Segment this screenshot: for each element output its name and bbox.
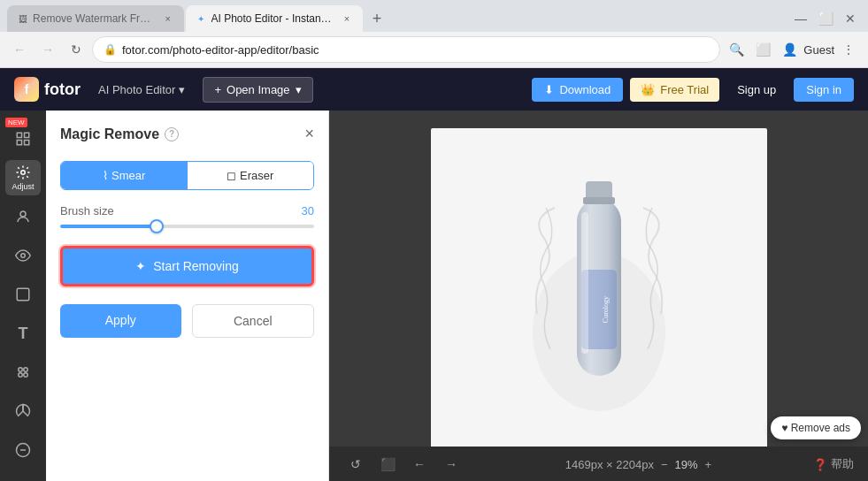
forward-button[interactable]: →: [35, 37, 60, 62]
open-image-label: Open Image: [227, 83, 290, 96]
maximize-icon[interactable]: ⬜: [815, 8, 836, 29]
new-tab-button[interactable]: +: [365, 6, 389, 31]
zoom-minus-icon[interactable]: −: [661, 458, 668, 471]
tab2-favicon: ✦: [196, 12, 206, 25]
svg-point-10: [19, 373, 23, 378]
more-options-icon[interactable]: ⋮: [836, 37, 861, 62]
open-image-button[interactable]: + Open Image ▾: [203, 77, 312, 103]
tool-buttons: ⌇ Smear ◻ Eraser: [60, 161, 314, 190]
sidebar-item-elements[interactable]: [5, 355, 41, 390]
sidebar-item-text[interactable]: T: [5, 316, 41, 351]
svg-rect-2: [17, 141, 21, 145]
svg-point-8: [19, 368, 23, 372]
signin-button[interactable]: Sign in: [794, 78, 854, 102]
canvas-area[interactable]: Curology: [329, 111, 868, 481]
tab2-label: AI Photo Editor - Instant Photo E...: [211, 12, 334, 25]
download-button[interactable]: ⬇ Download: [532, 78, 623, 102]
person-icon: [15, 209, 31, 225]
signup-button[interactable]: Sign up: [726, 78, 787, 102]
close-window-icon[interactable]: ✕: [840, 8, 861, 29]
panel-title: Magic Remove ?: [60, 126, 179, 142]
search-icon[interactable]: 🔍: [724, 37, 749, 62]
adjust-icon: [15, 164, 31, 180]
svg-point-11: [24, 373, 28, 378]
smear-icon: ⌇: [103, 169, 108, 182]
crop-icon: [15, 286, 31, 302]
help-label: 帮助: [831, 456, 854, 472]
ai-photo-editor-chevron: ▾: [179, 83, 185, 96]
svg-rect-20: [581, 212, 588, 354]
brush-size-slider[interactable]: [60, 225, 314, 228]
lock-icon: 🔒: [104, 43, 117, 56]
svg-point-9: [24, 368, 28, 372]
panel-info-icon[interactable]: ?: [165, 127, 179, 141]
help-button[interactable]: ❓ 帮助: [813, 456, 854, 472]
rotate-icon[interactable]: ↺: [343, 452, 368, 477]
tab1-close[interactable]: ×: [162, 11, 173, 26]
tab-2[interactable]: ✦ AI Photo Editor - Instant Photo E... ×: [186, 5, 363, 32]
app-container: f fotor AI Photo Editor ▾ + Open Image ▾…: [0, 68, 868, 481]
flip-icon[interactable]: ⬛: [375, 452, 400, 477]
smear-tool-button[interactable]: ⌇ Smear: [61, 162, 188, 189]
product-image: Curology: [528, 155, 670, 438]
back-button[interactable]: ←: [7, 37, 32, 62]
bottom-center: 1469px × 2204px − 19% +: [471, 458, 806, 471]
slider-thumb[interactable]: [150, 219, 164, 233]
eraser-tool-button[interactable]: ◻ Eraser: [188, 162, 314, 189]
svg-rect-3: [25, 141, 29, 145]
svg-point-5: [20, 211, 26, 217]
download-icon: ⬇: [544, 83, 554, 96]
svg-point-4: [21, 171, 26, 175]
svg-rect-1: [25, 133, 29, 137]
bottom-left: ↺ ⬛ ← →: [343, 452, 464, 477]
svg-rect-0: [17, 133, 21, 137]
canvas-dimensions: 1469px × 2204px: [565, 458, 654, 471]
apply-button[interactable]: Apply: [60, 304, 181, 338]
sidebar-item-effects[interactable]: [5, 393, 41, 429]
free-trial-label: Free Trial: [660, 83, 709, 96]
reload-button[interactable]: ↻: [64, 37, 88, 62]
panel-title-text: Magic Remove: [60, 126, 159, 142]
sidebar-item-square[interactable]: [5, 277, 41, 312]
minimize-icon[interactable]: —: [790, 8, 811, 29]
remove-icon: [15, 442, 31, 458]
fotor-logo: f fotor: [14, 77, 81, 102]
panel-close-button[interactable]: ×: [304, 125, 314, 143]
tab-bar-right: — ⬜ ✕: [790, 8, 861, 29]
split-screen-icon[interactable]: ⬜: [750, 37, 775, 62]
bottom-toolbar: ↺ ⬛ ← → 1469px × 2204px − 19% + ❓ 帮助: [329, 447, 868, 481]
free-trial-button[interactable]: 👑 Free Trial: [630, 78, 719, 102]
zoom-plus-icon[interactable]: +: [705, 458, 712, 471]
sidebar-icons: NEW Adjust: [0, 111, 46, 481]
nav-bar: ← → ↻ 🔒 fotor.com/photo-editor-app/edito…: [0, 32, 868, 67]
ai-photo-editor-label: AI Photo Editor: [98, 83, 175, 96]
tab-bar: 🖼 Remove Watermark From Photo × ✦ AI Pho…: [0, 0, 868, 32]
logo-icon: f: [14, 77, 39, 102]
app-header: f fotor AI Photo Editor ▾ + Open Image ▾…: [0, 68, 868, 111]
address-bar[interactable]: 🔒 fotor.com/photo-editor-app/editor/basi…: [92, 36, 720, 63]
tab-1[interactable]: 🖼 Remove Watermark From Photo ×: [7, 5, 184, 32]
panel: Magic Remove ? × ⌇ Smear ◻ Eraser Brush …: [46, 111, 329, 481]
bottom-right: ❓ 帮助: [813, 456, 854, 472]
cancel-button[interactable]: Cancel: [192, 304, 315, 338]
sidebar-item-remove[interactable]: [5, 432, 41, 468]
sidebar-item-person[interactable]: [5, 199, 41, 234]
tab2-close[interactable]: ×: [342, 11, 352, 26]
redo-icon[interactable]: →: [439, 452, 464, 477]
ai-photo-editor-button[interactable]: AI Photo Editor ▾: [91, 80, 192, 100]
sidebar-item-eye[interactable]: [5, 238, 41, 273]
sidebar-item-adjust[interactable]: Adjust: [5, 160, 41, 195]
smear-label: Smear: [111, 169, 145, 182]
remove-ads-button[interactable]: ♥ Remove ads: [771, 416, 861, 439]
svg-rect-17: [583, 197, 615, 204]
help-circle-icon: ❓: [813, 458, 827, 471]
undo-icon[interactable]: ←: [407, 452, 432, 477]
canvas-content: Curology: [431, 128, 767, 464]
signup-label: Sign up: [737, 83, 776, 96]
header-right: ⬇ Download 👑 Free Trial Sign up Sign in: [532, 78, 854, 102]
eraser-icon: ◻: [227, 169, 236, 182]
start-removing-button[interactable]: ✦ Start Removing: [60, 246, 314, 286]
profile-icon[interactable]: 👤: [777, 37, 802, 62]
plus-icon: +: [214, 83, 221, 96]
nav-right: 🔍 ⬜ 👤 Guest ⋮: [724, 37, 861, 62]
